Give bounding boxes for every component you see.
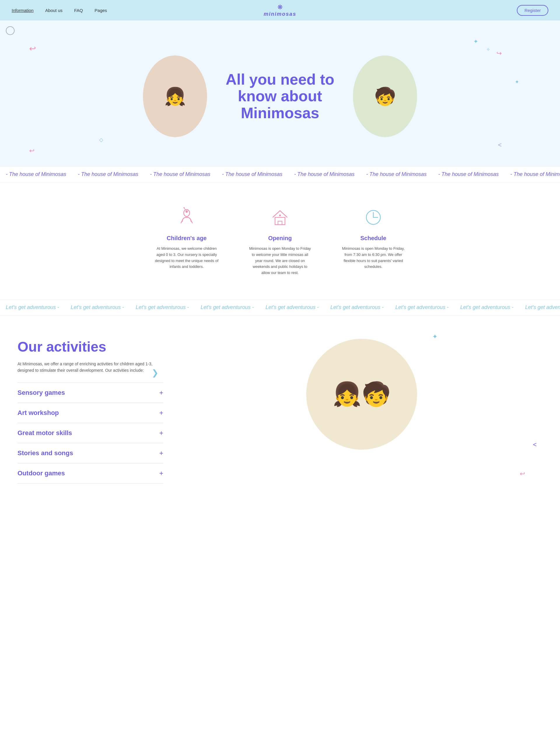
marquee-item: - The house of Minimosas [222, 171, 282, 177]
info-desc-age: At Minimosas, we welcome children aged 0… [155, 246, 219, 270]
info-title-opening: Opening [268, 235, 292, 241]
activities-left: Our activities At Minimosas, we offer a … [18, 339, 163, 484]
marquee-item-2: Let's get adventurous - [460, 304, 514, 310]
activity-item-stories[interactable]: Stories and songs + [18, 443, 163, 463]
marquee-track-1: - The house of Minimosas - The house of … [0, 171, 560, 177]
marquee-item-2: Let's get adventurous - [6, 304, 59, 310]
activity-item-art[interactable]: Art workshop + [18, 403, 163, 423]
marquee-item: - The house of Minimosas [6, 171, 66, 177]
activity-photo: 👧🧒 [306, 339, 417, 450]
activity-name-art: Art workshop [18, 409, 59, 417]
marquee-item-2: Let's get adventurous - [201, 304, 254, 310]
house-icon [268, 206, 292, 229]
hero-photo-child-1: 👧 [143, 55, 207, 137]
marquee-item: - The house of Minimosas [510, 171, 560, 177]
deco-curl-2: ↪ [497, 50, 502, 57]
deco-diamond-1: ◇ [99, 136, 103, 143]
activity-item-outdoor[interactable]: Outdoor games + [18, 463, 163, 484]
nav-about-us[interactable]: About us [45, 8, 62, 13]
deco-curl-act: ↩ [520, 470, 525, 478]
deco-spiral-2: ↩ [29, 147, 34, 155]
baby-icon [175, 206, 198, 229]
nav-faq[interactable]: FAQ [74, 8, 83, 13]
marquee-item: - The house of Minimosas [438, 171, 499, 177]
deco-star-1: ✧ [486, 47, 490, 52]
activity-expand-art[interactable]: + [159, 409, 163, 417]
marquee-item-2: Let's get adventurous - [395, 304, 449, 310]
hero-section: ↩ ✦ ✧ ↪ ◇ ↩ < ✦ 👧 All you need to know a… [0, 20, 560, 166]
info-title-age: Children's age [166, 235, 207, 241]
svg-point-8 [279, 214, 281, 216]
activity-expand-motor[interactable]: + [159, 429, 163, 437]
svg-point-3 [186, 210, 188, 213]
hero-image-right: 🧒 [353, 55, 417, 137]
activities-desc: At Minimosas, we offer a range of enrich… [18, 361, 163, 374]
hero-image-left: 👧 [143, 55, 207, 137]
activity-name-stories: Stories and songs [18, 449, 73, 457]
info-title-schedule: Schedule [361, 235, 386, 241]
marquee-item-2: Let's get adventurous - [71, 304, 124, 310]
activity-name-outdoor: Outdoor games [18, 469, 65, 477]
nav-links: Information About us FAQ Pages [12, 8, 107, 13]
marquee-item: - The house of Minimosas [294, 171, 354, 177]
nav-logo: ❋ minimosas [264, 3, 296, 17]
marquee-banner-2: Let's get adventurous - Let's get advent… [0, 300, 560, 315]
svg-point-5 [183, 207, 185, 208]
activities-section: ✦ ❯ ↩ < Our activities At Minimosas, we … [0, 315, 560, 507]
marquee-item: - The house of Minimosas [366, 171, 426, 177]
activity-name-sensory: Sensory games [18, 389, 65, 396]
info-desc-opening: Minimosas is open Monday to Friday to we… [248, 246, 312, 276]
register-button[interactable]: Register [517, 5, 548, 16]
activities-title: Our activities [18, 339, 163, 355]
marquee-item-2: Let's get adventurous - [265, 304, 319, 310]
marquee-track-2: Let's get adventurous - Let's get advent… [0, 304, 560, 310]
hero-title: All you need to know about Minimosas [224, 71, 336, 121]
deco-curl-1: ✦ [473, 38, 478, 45]
activity-expand-stories[interactable]: + [159, 449, 163, 457]
marquee-item: - The house of Minimosas [78, 171, 138, 177]
activity-expand-sensory[interactable]: + [159, 389, 163, 397]
info-desc-schedule: Minimosas is open Monday to Friday, from… [341, 246, 405, 270]
deco-angle-1: < [498, 141, 502, 149]
nav-register-area: Register [517, 5, 548, 16]
info-card-schedule: Schedule Minimosas is open Monday to Fri… [341, 206, 405, 276]
marquee-item: - The house of Minimosas [150, 171, 210, 177]
marquee-item-2: Let's get adventurous - [330, 304, 384, 310]
activity-item-motor[interactable]: Great motor skills + [18, 423, 163, 443]
hero-photo-child-2: 🧒 [353, 55, 417, 137]
info-card-opening: Opening Minimosas is open Monday to Frid… [248, 206, 312, 276]
info-section: Children's age At Minimosas, we welcome … [0, 182, 560, 300]
clock-icon [362, 206, 385, 229]
activity-item-sensory[interactable]: Sensory games + [18, 383, 163, 403]
svg-rect-7 [278, 221, 282, 225]
activity-expand-outdoor[interactable]: + [159, 469, 163, 478]
nav-pages[interactable]: Pages [95, 8, 107, 13]
logo-icon: ❋ [277, 3, 283, 11]
logo-text: minimosas [264, 11, 296, 17]
navbar: Information About us FAQ Pages ❋ minimos… [0, 0, 560, 20]
marquee-banner-1: - The house of Minimosas - The house of … [0, 166, 560, 182]
activity-name-motor: Great motor skills [18, 429, 72, 437]
marquee-item-2: Let's get adventurous - [525, 304, 560, 310]
deco-arrow-act: ❯ [152, 368, 158, 378]
marquee-item-2: Let's get adventurous - [136, 304, 189, 310]
activities-right: 👧🧒 [181, 339, 542, 450]
circle-decoration [6, 26, 15, 35]
deco-star-2: ✦ [515, 79, 519, 85]
hero-content: 👧 All you need to know about Minimosas 🧒 [143, 55, 417, 137]
info-card-age: Children's age At Minimosas, we welcome … [155, 206, 219, 276]
deco-spiral-1: ↩ [29, 44, 36, 53]
nav-information[interactable]: Information [12, 8, 33, 13]
